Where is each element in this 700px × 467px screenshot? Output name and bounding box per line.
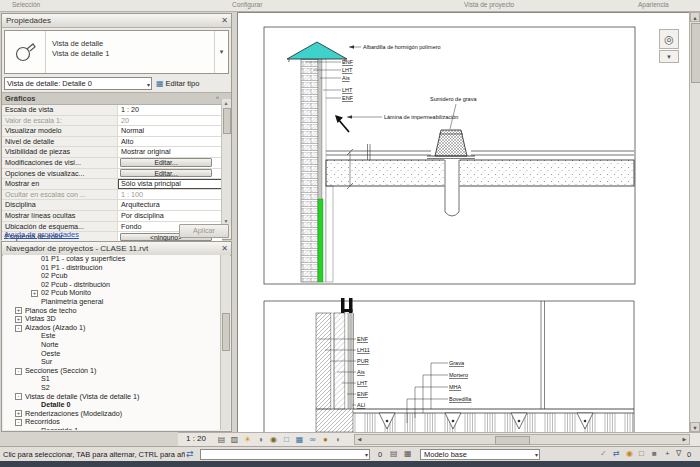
- expander-plus-icon[interactable]: +: [15, 316, 22, 323]
- tree-item[interactable]: +02 Pcub Monito: [3, 289, 221, 298]
- close-icon[interactable]: ✕: [221, 242, 228, 255]
- property-value[interactable]: 20: [118, 116, 222, 126]
- sun-path-icon[interactable]: ☀: [242, 434, 253, 445]
- expander-plus-icon[interactable]: +: [15, 410, 22, 417]
- property-row[interactable]: Visualizar modeloNormal: [2, 126, 222, 137]
- edit-type-button[interactable]: ▦ Editar tipo: [156, 79, 199, 88]
- scroll-right-icon[interactable]: ▶: [680, 435, 689, 444]
- expander-minus-icon[interactable]: -: [15, 368, 22, 375]
- canvas-vertical-scrollbar[interactable]: ▲ ▼: [689, 12, 700, 432]
- scrollbar-thumb[interactable]: [495, 436, 530, 445]
- tree-item[interactable]: 02 Pcub - distribución: [3, 281, 221, 290]
- scroll-up-icon[interactable]: ▲: [222, 99, 230, 107]
- insulation-green-layer[interactable]: [318, 199, 323, 282]
- links-status-icon[interactable]: ⇄: [613, 449, 620, 458]
- editable-only-icon[interactable]: ✓: [600, 449, 607, 458]
- drawing-area[interactable]: ENF LHT Ais LHT ENF Albardilla de hormig…: [237, 12, 689, 432]
- canvas-horizontal-scrollbar[interactable]: ◀ ▶: [354, 434, 690, 445]
- tree-item[interactable]: 01 P1 - cotas y superficies: [3, 255, 221, 264]
- rendering-dialog-icon[interactable]: ◉: [268, 434, 279, 445]
- property-row[interactable]: Modificaciones de visi...Editar...: [2, 158, 222, 169]
- temporary-hide-isolate-icon[interactable]: ∞: [307, 434, 318, 445]
- navigation-wheel-button[interactable]: ◎: [659, 29, 679, 49]
- tree-item[interactable]: Recorrido 1: [3, 427, 221, 430]
- select-by-face-icon[interactable]: ■: [652, 449, 657, 458]
- property-row[interactable]: Opciones de visualizac...Editar...: [2, 169, 222, 180]
- scrollbar-thumb[interactable]: [222, 313, 230, 351]
- crop-view-icon[interactable]: □: [281, 434, 292, 445]
- properties-help-link[interactable]: Ayuda de propiedades: [4, 230, 79, 239]
- expander-minus-icon[interactable]: -: [15, 419, 22, 426]
- property-value[interactable]: Mostrar original: [118, 147, 222, 157]
- shadows-icon[interactable]: ◑: [255, 434, 266, 445]
- expander-minus-icon[interactable]: -: [15, 325, 22, 332]
- navigation-bar-expand-button[interactable]: ▼: [659, 50, 679, 63]
- property-row[interactable]: Valor de escala 1:20: [2, 116, 222, 127]
- property-value[interactable]: Por disciplina: [118, 211, 222, 221]
- property-value[interactable]: 1 : 20: [118, 105, 222, 115]
- reveal-hidden-elements-icon[interactable]: ●: [320, 434, 331, 445]
- tree-item[interactable]: -Secciones (Sección 1): [3, 367, 221, 376]
- workset-grid-icon[interactable]: ▤: [390, 449, 398, 458]
- property-edit-button[interactable]: Editar...: [120, 169, 212, 177]
- tree-item[interactable]: -Recorridos: [3, 418, 221, 427]
- group-header-graficos[interactable]: Gráficos ^: [2, 92, 231, 105]
- view-scale-button[interactable]: 1 : 20: [186, 434, 206, 443]
- show-crop-region-icon[interactable]: ▦: [294, 434, 305, 445]
- tree-item[interactable]: 02 Pcub: [3, 272, 221, 281]
- active-workset-icon[interactable]: ◉: [626, 449, 633, 458]
- scrollbar-thumb[interactable]: [223, 108, 231, 134]
- type-selector[interactable]: Vista de detalle Vista de detalle 1 ▾: [4, 30, 229, 74]
- detail-level-icon[interactable]: ▤: [216, 434, 227, 445]
- property-row[interactable]: Nivel de detalleAlto: [2, 137, 222, 148]
- project-browser-title-bar[interactable]: Navegador de proyectos - CLASE 11.rvt ✕: [2, 242, 231, 256]
- property-value[interactable]: Editar...: [118, 169, 222, 179]
- tree-item[interactable]: S1: [3, 375, 221, 384]
- brick-wall[interactable]: [301, 59, 318, 282]
- workset-grid2-icon[interactable]: ▦: [404, 449, 412, 458]
- property-value[interactable]: Normal: [118, 126, 222, 136]
- drag-on-selection-icon[interactable]: +: [665, 449, 670, 458]
- worksharing-display-icon[interactable]: ◐: [333, 434, 344, 445]
- property-row[interactable]: Visibilidad de piezasMostrar original: [2, 147, 222, 158]
- tree-item[interactable]: -Vistas de detalle (Vista de detalle 1): [3, 393, 221, 402]
- scrollbar-thumb[interactable]: [691, 23, 700, 83]
- property-row[interactable]: DisciplinaArquitectura: [2, 200, 222, 211]
- property-edit-button[interactable]: Editar...: [120, 158, 212, 166]
- close-icon[interactable]: ✕: [221, 14, 228, 27]
- property-row[interactable]: Ocultar en escalas con ...1 : 100: [2, 190, 222, 201]
- properties-scrollbar[interactable]: ▲ ▼: [221, 99, 231, 225]
- drain-pipe[interactable]: [445, 212, 459, 216]
- tree-item[interactable]: Este: [3, 332, 221, 341]
- tree-item[interactable]: 01 P1 - distribución: [3, 264, 221, 273]
- chevron-down-icon[interactable]: ▾: [214, 31, 228, 73]
- group-collapse-icon[interactable]: ^: [216, 93, 219, 104]
- expander-plus-icon[interactable]: +: [31, 290, 38, 297]
- property-value[interactable]: Arquitectura: [118, 200, 222, 210]
- property-row[interactable]: Mostrar enSólo vista principal: [2, 179, 222, 190]
- coping-cyan[interactable]: [287, 42, 347, 59]
- tree-item[interactable]: Norte: [3, 341, 221, 350]
- scroll-up-icon[interactable]: ▲: [690, 12, 700, 22]
- properties-title-bar[interactable]: Propiedades ✕: [2, 14, 231, 28]
- workset-toggle-icon[interactable]: ⇄: [186, 449, 194, 459]
- tree-item[interactable]: Oeste: [3, 350, 221, 359]
- wall-outer-leaf[interactable]: [316, 313, 331, 409]
- concrete-slab[interactable]: [326, 160, 634, 186]
- browser-scrollbar[interactable]: [220, 255, 230, 430]
- instance-selector-combo[interactable]: Vista de detalle: Detalle 0 ▾: [4, 77, 152, 90]
- property-value[interactable]: Sólo vista principal: [118, 179, 222, 189]
- property-value[interactable]: 1 : 100: [118, 190, 222, 200]
- scroll-down-icon[interactable]: ▼: [690, 422, 700, 432]
- filter-funnel-icon[interactable]: ∇: [676, 449, 681, 458]
- property-row[interactable]: Mostrar líneas ocultasPor disciplina: [2, 211, 222, 222]
- property-value[interactable]: Alto: [118, 137, 222, 147]
- apply-button[interactable]: Aplicar: [179, 224, 229, 238]
- select-pinned-icon[interactable]: □: [639, 449, 644, 458]
- property-value[interactable]: Editar...: [118, 158, 222, 168]
- visual-style-icon[interactable]: ▨: [229, 434, 240, 445]
- expander-plus-icon[interactable]: +: [15, 307, 22, 314]
- worksets-combo[interactable]: ▾: [200, 449, 370, 460]
- expander-minus-icon[interactable]: -: [15, 393, 22, 400]
- tree-item[interactable]: -Alzados (Alzado 1): [3, 324, 221, 333]
